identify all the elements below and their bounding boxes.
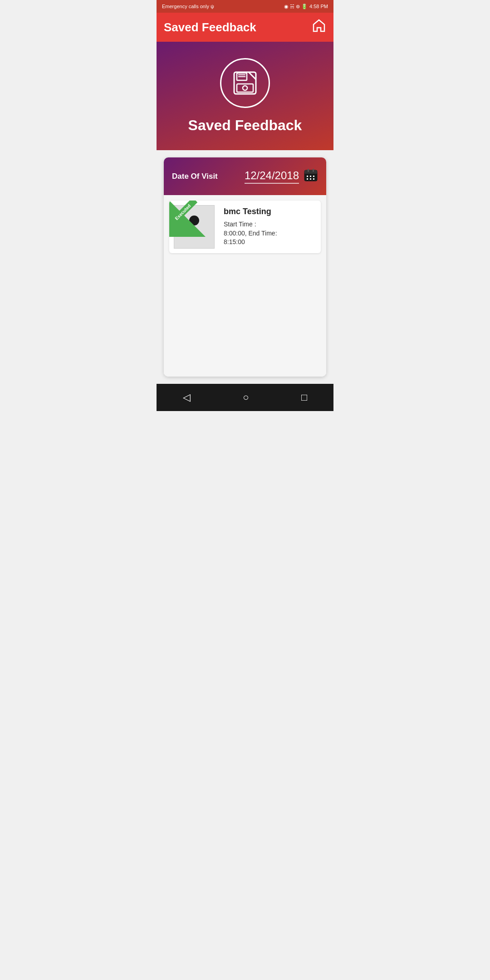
home-nav-button[interactable]: ○ (243, 392, 249, 403)
table-row[interactable]: Executed bmc Testing (169, 201, 321, 253)
svg-rect-16 (313, 169, 314, 172)
save-disk-icon-circle (220, 58, 270, 108)
svg-rect-8 (304, 170, 317, 174)
calendar-icon[interactable] (304, 167, 318, 185)
date-value: 12/24/2018 (245, 169, 299, 184)
end-time-label: End Time: (249, 230, 277, 237)
date-bar: Date Of Visit 12/24/2018 (164, 157, 326, 195)
records-area: Executed bmc Testing (164, 195, 326, 377)
hero-title: Saved Feedback (188, 117, 302, 134)
start-time-value: 8:00:00 (224, 230, 245, 237)
status-left-text: Emergency calls only ψ (162, 4, 214, 9)
status-time: 4:58 PM (309, 4, 328, 9)
date-value-area: 12/24/2018 (245, 167, 318, 185)
bottom-navigation: ◁ ○ □ (157, 384, 333, 411)
end-time-value: 8:15:00 (224, 238, 245, 245)
svg-rect-9 (307, 176, 308, 177)
status-icons: ◉ ☵ ⊛ 🔋 (284, 4, 308, 10)
hero-section: Saved Feedback (157, 42, 333, 150)
start-time-label: Start Time : (224, 220, 256, 228)
svg-rect-15 (308, 169, 309, 172)
app-bar: Saved Feedback (157, 13, 333, 42)
recents-button[interactable]: □ (301, 392, 307, 403)
end-time-separator: , (245, 230, 249, 237)
status-right-text: ◉ ☵ ⊛ 🔋 4:58 PM (284, 4, 328, 10)
svg-rect-4 (237, 84, 253, 92)
date-of-visit-label: Date Of Visit (172, 172, 218, 181)
main-card: Date Of Visit 12/24/2018 (164, 157, 326, 377)
home-button[interactable] (312, 19, 326, 36)
back-button[interactable]: ◁ (183, 392, 191, 403)
record-name: bmc Testing (224, 207, 277, 216)
record-time: Start Time : 8:00:00, End Time: 8:15:00 (224, 220, 277, 247)
svg-point-5 (243, 86, 247, 90)
app-bar-title: Saved Feedback (164, 20, 256, 34)
svg-rect-11 (313, 176, 314, 177)
svg-rect-10 (310, 176, 311, 177)
svg-rect-13 (310, 178, 311, 180)
record-info: bmc Testing Start Time : 8:00:00, End Ti… (219, 201, 282, 253)
svg-rect-12 (307, 178, 308, 180)
save-disk-icon (230, 69, 260, 98)
status-bar: Emergency calls only ψ ◉ ☵ ⊛ 🔋 4:58 PM (157, 0, 333, 13)
svg-rect-14 (313, 178, 314, 180)
